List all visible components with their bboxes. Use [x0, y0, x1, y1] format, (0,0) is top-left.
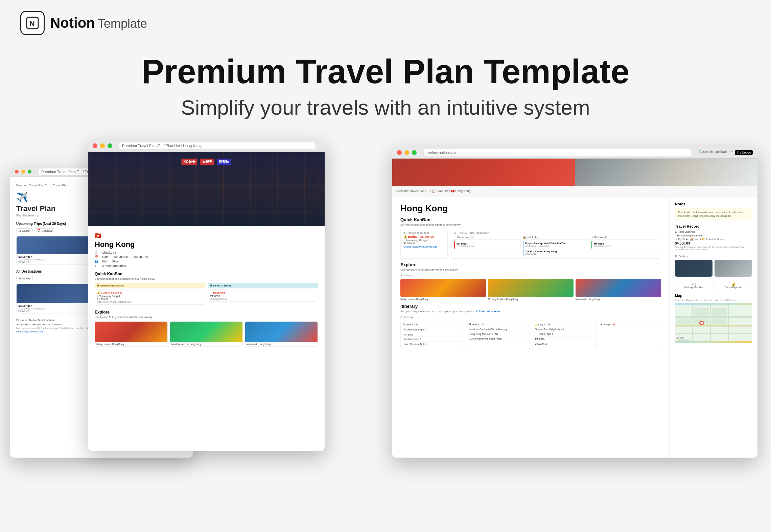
hotel-col-head: 🏨 Hotel 2 [523, 236, 589, 240]
right-topbar: Premium Travel Plan T... / 📋 Plan List /… [392, 186, 757, 196]
packing-checklist-btn[interactable]: 📋 Packing Checklist [675, 281, 712, 290]
ticket-hotel-box: ⊞ Ticket & Hotel Reservation → Departure… [451, 229, 661, 259]
explore-view-label: ⊞ Gallery [400, 274, 661, 277]
right-browser-content: Premium Travel Plan T... / 📋 Plan List /… [392, 186, 757, 458]
action-try-notion[interactable]: Try Notion [735, 150, 753, 155]
hotel-card-1[interactable]: Empire Prestige Hotel Tsim Sha Tsui 2023… [523, 241, 589, 248]
gallery-section: ⊞ Gallery [675, 255, 752, 277]
budget-box-val: 💰 Budget: $6,000.00 [403, 235, 445, 238]
return-date: 2023/9/10 18:35 [594, 245, 656, 248]
dest-gallery-btn[interactable]: ⊞ Gallery [16, 276, 33, 281]
itin-item-2-2[interactable]: Hong Kong Museum Of Art [468, 332, 527, 336]
explore-r-img-2 [488, 279, 574, 297]
url-bar-right[interactable]: fivekey.notion.site [423, 149, 692, 156]
middle-page: KO拉卡 会饭夜 围琛玻 🇭🇰 Hong Kong ☑ Checked In ✓ [88, 152, 325, 451]
dep-card[interactable]: MF 8855 2023/09/08 8:20 [454, 241, 521, 249]
explore-sub: Use Notion AI to get familiar with the c… [95, 316, 318, 319]
explore-r-item-2[interactable]: Must-try foods in Hong Kong [488, 279, 574, 300]
itin-item-1-1[interactable]: ✈Departure Flight # [403, 327, 462, 332]
svg-rect-11 [694, 319, 709, 325]
itin-item-3-2[interactable]: ↩ Return Flight # [534, 332, 593, 337]
gallery-img-1 [675, 260, 712, 277]
explore-section: Explore Use Notion AI to get familiar wi… [95, 310, 318, 347]
budget-label: 💰 Budget: $6,000.00 [97, 291, 203, 294]
explore-r-item-3[interactable]: Museum in Hong Kong [576, 279, 661, 300]
hotel-card-2[interactable]: The Ritz Carlton Hong Kong 2023/09/11 [523, 249, 589, 256]
hero-subtitle: Simplify your travels with an intuitive … [0, 95, 771, 119]
dest-img-london [17, 284, 100, 303]
middle-browser-content: KO拉卡 会饭夜 围琛玻 🇭🇰 Hong Kong ☑ Checked In ✓ [88, 152, 325, 451]
right-kanban-sub: Set your budget and booked flights & hot… [400, 223, 661, 226]
action-more[interactable]: ••• [729, 150, 732, 155]
travel-record-title: Travel Record [675, 224, 752, 228]
expense-icon: 💰 [717, 282, 750, 286]
url-bar-middle[interactable]: Premium Travel Plan T... / Plan List / H… [119, 142, 316, 149]
explore-r-img-1 [400, 279, 486, 297]
breadcrumb-right: Premium Travel Plan T... / 📋 Plan List /… [396, 189, 470, 193]
dep-date: 2023/09/08 8:20 [457, 245, 519, 248]
dot-green-middle [108, 143, 112, 148]
return-card[interactable]: MF 8856 2023/9/10 18:35 [591, 241, 658, 249]
svg-rect-13 [676, 319, 691, 325]
remaining-budget-val: ↑ Remaining Budget$1,999.97 [403, 239, 445, 245]
dep-flight: MF 8855 [457, 242, 519, 245]
svg-text:⭐4.8 • 685 评论: ⭐4.8 • 685 评论 [676, 339, 690, 342]
budget-card[interactable]: 💰 Budget: $6,000.00 ↑ Remaining Budget $… [95, 290, 205, 305]
itin-item-1-2[interactable]: MF 8855 [403, 333, 462, 337]
itin-item-2-3[interactable]: Lunch with my old friend Frank [468, 337, 527, 341]
explore-card-2[interactable]: Must-try foods in Hong Kong [170, 321, 243, 347]
calendar-view-btn[interactable]: 📅 Calendar [35, 228, 55, 233]
expense-note: You need to manually add items to the se… [675, 246, 752, 251]
itin-nodays: No Days 0 [598, 321, 661, 349]
itin-title: Itinerary [400, 304, 661, 309]
right-actions: 🔍 Search Duplicate ••• Try Notion [699, 150, 753, 155]
explore-r-sub: Use Notion AI to get familiar with the c… [400, 268, 661, 271]
note-content: Check with Jack to make sure he has vaca… [675, 208, 752, 220]
header: N Notion Template [0, 0, 771, 46]
travel-expense-btn[interactable]: 💰 Travel Expense [715, 281, 752, 290]
itin-item-3-1[interactable]: Temple Street Night Market [534, 327, 593, 331]
hk-expense-item[interactable]: ↑ Hong Kong Expense [675, 234, 752, 237]
itin-item-1-4[interactable]: Hotel Check-In Details [403, 342, 462, 346]
total-expense-icon: ⊞ [675, 230, 677, 233]
ticket-col: ⊞ Ticket & Hotel → Departure MF 8855 202… [208, 283, 318, 306]
trip-days-london: 9 days left [18, 261, 98, 263]
itin-nodays-head: No Days 0 [600, 323, 659, 326]
itin-day3-head: 🌙 Day 3 4 [534, 323, 593, 326]
itin-item-2-1[interactable]: Nan Lian Garden & Chi Lin Nunnery [468, 327, 527, 331]
notes-title: Notes [675, 202, 752, 206]
explore-card-1[interactable]: 3 days around Hong Kong [95, 321, 168, 347]
itin-view: ⊟ Itinerary [400, 316, 661, 319]
departure-date: 2023/09/08 8:20 [210, 298, 316, 300]
prop-more[interactable]: ▾ 2 more properties [95, 264, 318, 268]
ticket-header-r: ⊞ Ticket & Hotel Reservation [454, 231, 658, 234]
right-body: Hong Kong Quick KanBan Set your budget a… [392, 196, 757, 458]
explore-r-item-1[interactable]: 3 days around Hong Kong [400, 279, 486, 300]
svg-text:N: N [29, 19, 35, 28]
departure-card[interactable]: → Departure MF 8855 2023/09/08 8:20 [208, 290, 318, 302]
action-duplicate[interactable]: Duplicate [715, 150, 728, 155]
expense-list-link[interactable]: Click to review the Expense List [403, 246, 445, 248]
kanban-columns: ⊞ Remaining Budget 💰 Budget: $6,000.00 ↑… [95, 283, 318, 306]
explore-label-2: Must-try foods in Hong Kong [170, 342, 242, 346]
itin-day2-head: 🏛 Day 2 3 [468, 323, 527, 326]
quick-links: 📋 Packing Checklist 💰 Travel Expense [675, 281, 752, 290]
gallery-view-btn[interactable]: ⊞ Gallery [16, 228, 33, 233]
explore-r-img-3 [576, 279, 661, 297]
dot-red-right [397, 150, 402, 155]
action-search[interactable]: 🔍 Search [699, 150, 713, 155]
expense-link[interactable]: Click to review the Expense List [97, 301, 203, 303]
right-title: Hong Kong [400, 203, 661, 214]
budget-header: ⊞ Remaining Budget [95, 283, 205, 288]
right-kanban-area: ⊞ Remaining Budget 💰 Budget: $6,000.00 ↑… [400, 229, 661, 259]
dest-date-london: 2023/09/05 → 2023/09/08 [18, 307, 98, 310]
svg-rect-9 [694, 308, 709, 316]
explore-card-3[interactable]: Museum in Hong Kong [245, 321, 318, 347]
strip-img-2 [575, 159, 757, 186]
expense-val: $4,000.03 [675, 241, 752, 245]
explore-r-title: Explore [400, 262, 661, 267]
budget-col: ⊞ Remaining Budget 💰 Budget: $6,000.00 ↑… [95, 283, 205, 306]
map-visual[interactable]: 多利亚区 ⭐4.8 • 685 评论 [675, 303, 752, 343]
return-col: ↩ Return 1 MF 8856 2023/9/10 18:35 [591, 236, 658, 256]
hk-properties: ☑ Checked In ✓ 📅 Date 2023/09/08 → 2023/… [95, 251, 318, 268]
